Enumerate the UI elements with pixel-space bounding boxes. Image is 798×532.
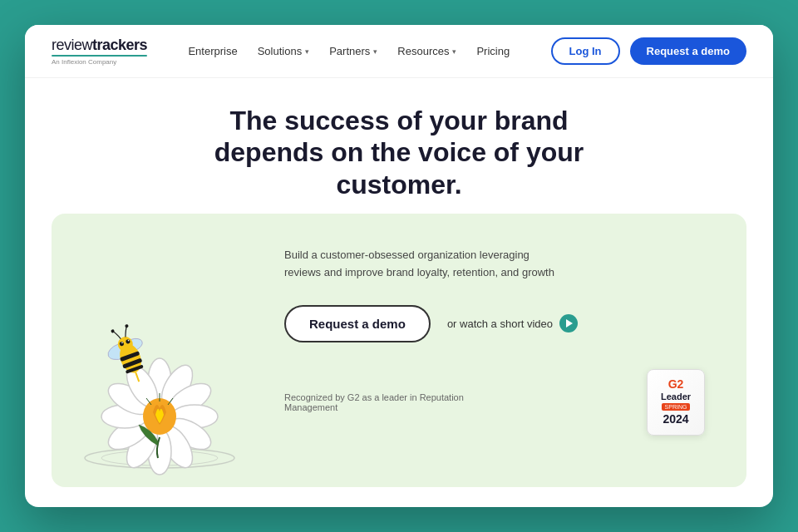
- nav-partners[interactable]: Partners ▾: [329, 45, 377, 57]
- g2-recognition-text: Recognized by G2 as a leader in Reputati…: [284, 392, 500, 412]
- resources-chevron: ▾: [452, 47, 456, 56]
- browser-window: reviewtrackers An Inflexion Company Ente…: [25, 25, 773, 507]
- bee-flower-illustration: [68, 296, 251, 479]
- cta-row: Request a demo or watch a short video: [284, 305, 713, 342]
- logo-text: reviewtrackers: [52, 37, 147, 54]
- play-triangle: [566, 319, 573, 328]
- request-demo-hero-button[interactable]: Request a demo: [284, 305, 431, 342]
- nav-resources[interactable]: Resources ▾: [397, 45, 456, 57]
- green-card: Build a customer-obsessed organization l…: [52, 214, 746, 487]
- hero-section: The success of your brand depends on the…: [25, 78, 773, 507]
- logo-underline: [52, 55, 147, 57]
- headline-area: The success of your brand depends on the…: [25, 78, 773, 200]
- play-icon: [559, 314, 578, 332]
- g2-year: 2024: [663, 412, 688, 426]
- nav-enterprise[interactable]: Enterprise: [188, 45, 237, 57]
- nav-links: Enterprise Solutions ▾ Partners ▾ Resour…: [188, 45, 510, 57]
- g2-leader-label: Leader: [661, 392, 691, 401]
- nav-actions: Log In Request a demo: [551, 37, 746, 65]
- partners-chevron: ▾: [373, 47, 377, 56]
- solutions-chevron: ▾: [305, 47, 309, 56]
- svg-point-30: [125, 324, 129, 328]
- g2-season: SPRING: [662, 403, 691, 411]
- watch-video-link[interactable]: or watch a short video: [447, 314, 578, 332]
- login-button[interactable]: Log In: [551, 37, 620, 65]
- navbar: reviewtrackers An Inflexion Company Ente…: [25, 25, 773, 78]
- request-demo-nav-button[interactable]: Request a demo: [630, 37, 746, 65]
- logo[interactable]: reviewtrackers An Inflexion Company: [52, 37, 147, 66]
- g2-logo: G2: [668, 378, 684, 390]
- main-content: The success of your brand depends on the…: [25, 78, 773, 507]
- g2-row: Recognized by G2 as a leader in Reputati…: [284, 369, 713, 436]
- illustration-area: [52, 214, 268, 487]
- hero-headline: The success of your brand depends on the…: [191, 105, 607, 200]
- nav-solutions[interactable]: Solutions ▾: [258, 45, 309, 57]
- right-content: Build a customer-obsessed organization l…: [268, 214, 746, 461]
- nav-pricing[interactable]: Pricing: [476, 45, 510, 57]
- sub-headline: Build a customer-obsessed organization l…: [284, 247, 567, 282]
- watch-video-text: or watch a short video: [447, 318, 553, 330]
- logo-sub: An Inflexion Company: [52, 58, 147, 66]
- g2-badge: G2 Leader SPRING 2024: [647, 369, 705, 436]
